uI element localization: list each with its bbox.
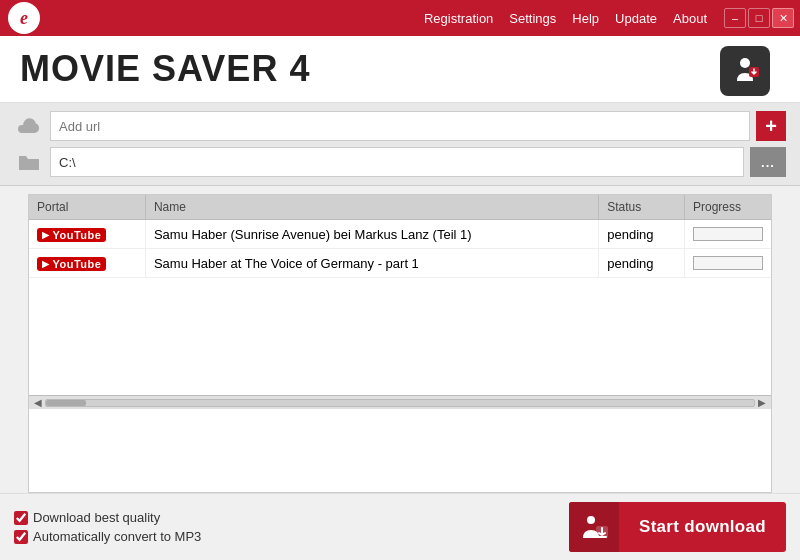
menu-update[interactable]: Update [608,7,664,30]
yt-play-icon: ▶ [42,259,50,269]
app-header: MOVIE SAVER 4 [0,36,800,103]
close-button[interactable]: ✕ [772,8,794,28]
progress-bar [693,256,763,270]
download-table-container: Portal Name Status Progress ▶YouTubeSamu… [28,194,772,493]
cell-portal: ▶YouTube [29,220,145,249]
add-url-button[interactable]: + [756,111,786,141]
scroll-right-arrow[interactable]: ▶ [755,397,769,408]
download-table: Portal Name Status Progress ▶YouTubeSamu… [29,195,771,278]
inputs-area: + ... [0,103,800,186]
options-checkboxes: Download best quality Automatically conv… [14,510,201,544]
table-wrapper[interactable]: Portal Name Status Progress ▶YouTubeSamu… [29,195,771,395]
col-status: Status [599,195,685,220]
start-download-button[interactable]: Start download [569,502,786,552]
download-quality-option[interactable]: Download best quality [14,510,201,525]
convert-mp3-label: Automatically convert to MP3 [33,529,201,544]
start-download-label: Start download [619,517,786,537]
cell-progress [685,249,772,278]
download-quality-checkbox[interactable] [14,511,28,525]
maximize-button[interactable]: □ [748,8,770,28]
menubar: Registration Settings Help Update About [6,7,714,30]
cell-name: Samu Haber (Sunrise Avenue) bei Markus L… [145,220,598,249]
folder-icon [14,147,44,177]
col-portal: Portal [29,195,145,220]
menu-about[interactable]: About [666,7,714,30]
window-controls: – □ ✕ [724,8,794,28]
table-row: ▶YouTubeSamu Haber (Sunrise Avenue) bei … [29,220,771,249]
col-name: Name [145,195,598,220]
progress-bar [693,227,763,241]
browse-button[interactable]: ... [750,147,786,177]
table-header-row: Portal Name Status Progress [29,195,771,220]
cell-name: Samu Haber at The Voice of Germany - par… [145,249,598,278]
cloud-icon [14,111,44,141]
bottom-area: Download best quality Automatically conv… [0,493,800,560]
youtube-badge: ▶YouTube [37,257,106,271]
menu-settings[interactable]: Settings [502,7,563,30]
menu-registration[interactable]: Registration [417,7,500,30]
app-logo: e [0,0,100,36]
youtube-badge: ▶YouTube [37,228,106,242]
scroll-left-arrow[interactable]: ◀ [31,397,45,408]
scrollbar-track [45,399,755,407]
scrollbar-thumb[interactable] [46,400,86,406]
url-input[interactable] [50,111,750,141]
horizontal-scrollbar[interactable]: ◀ ▶ [29,395,771,409]
start-download-icon [569,502,619,552]
cell-portal: ▶YouTube [29,249,145,278]
path-input-row: ... [14,147,786,177]
col-progress: Progress [685,195,772,220]
table-section: Portal Name Status Progress ▶YouTubeSamu… [0,186,800,493]
minimize-button[interactable]: – [724,8,746,28]
logo-icon: e [8,2,40,34]
path-input[interactable] [50,147,744,177]
svg-point-1 [740,58,750,68]
convert-mp3-option[interactable]: Automatically convert to MP3 [14,529,201,544]
app-icon [720,46,770,96]
url-input-row: + [14,111,786,141]
table-row: ▶YouTubeSamu Haber at The Voice of Germa… [29,249,771,278]
menu-help[interactable]: Help [565,7,606,30]
download-quality-label: Download best quality [33,510,160,525]
cell-progress [685,220,772,249]
cell-status: pending [599,220,685,249]
cell-status: pending [599,249,685,278]
app-title: MOVIE SAVER 4 [20,48,310,90]
convert-mp3-checkbox[interactable] [14,530,28,544]
yt-play-icon: ▶ [42,230,50,240]
svg-point-3 [587,516,595,524]
